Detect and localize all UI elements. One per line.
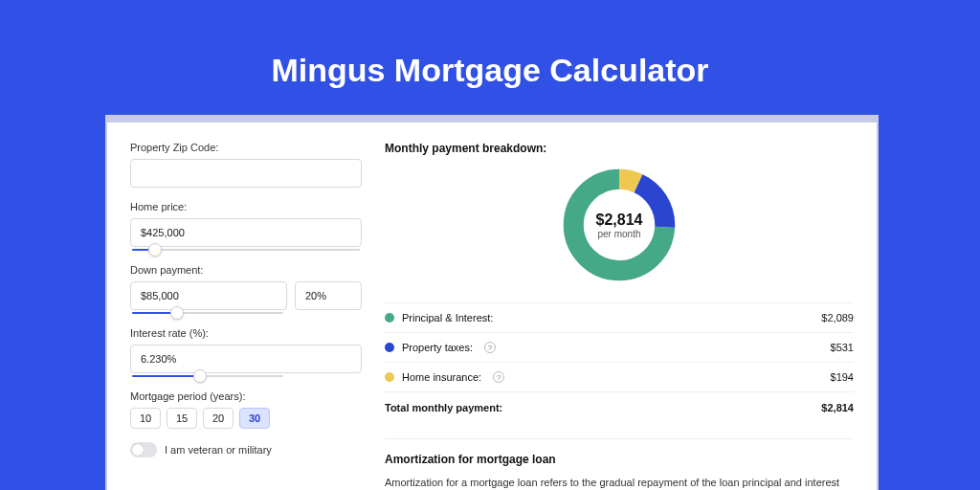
down-payment-pct-input[interactable] bbox=[295, 281, 362, 310]
legend-row: Home insurance:?$194 bbox=[385, 362, 854, 391]
form-panel: Property Zip Code: Home price: Down paym… bbox=[130, 142, 362, 490]
legend-label: Property taxes: bbox=[402, 342, 473, 353]
interest-input[interactable] bbox=[130, 345, 362, 373]
period-options: 10152030 bbox=[130, 408, 362, 429]
legend-label: Principal & Interest: bbox=[402, 312, 493, 323]
period-option-20[interactable]: 20 bbox=[203, 408, 234, 429]
donut-center-sub: per month bbox=[597, 229, 640, 239]
period-option-30[interactable]: 30 bbox=[239, 408, 270, 429]
down-payment-slider[interactable] bbox=[132, 312, 283, 314]
page-title: Mingus Mortgage Calculator bbox=[0, 0, 980, 89]
legend-dot bbox=[385, 313, 394, 323]
legend-value: $2,089 bbox=[821, 312, 854, 323]
legend-dot bbox=[385, 372, 394, 382]
legend-row: Principal & Interest:$2,089 bbox=[385, 302, 854, 332]
period-label: Mortgage period (years): bbox=[130, 390, 362, 402]
home-price-slider[interactable] bbox=[132, 249, 360, 251]
amortization-heading: Amortization for mortgage loan bbox=[385, 453, 854, 466]
legend: Principal & Interest:$2,089Property taxe… bbox=[385, 302, 854, 391]
amortization-text: Amortization for a mortgage loan refers … bbox=[385, 476, 854, 490]
home-price-label: Home price: bbox=[130, 201, 362, 212]
interest-label: Interest rate (%): bbox=[130, 327, 362, 339]
legend-value: $531 bbox=[831, 342, 854, 353]
info-icon[interactable]: ? bbox=[493, 371, 504, 383]
breakdown-heading: Monthly payment breakdown: bbox=[385, 142, 854, 155]
info-icon[interactable]: ? bbox=[484, 342, 496, 353]
legend-dot bbox=[385, 343, 394, 352]
zip-label: Property Zip Code: bbox=[130, 142, 362, 153]
legend-total-row: Total monthly payment: $2,814 bbox=[385, 391, 854, 423]
veteran-toggle[interactable] bbox=[130, 442, 157, 457]
donut-chart: $2,814 per month bbox=[385, 165, 854, 285]
zip-input[interactable] bbox=[130, 159, 362, 188]
down-payment-label: Down payment: bbox=[130, 264, 362, 276]
legend-label: Home insurance: bbox=[402, 371, 481, 383]
home-price-input[interactable] bbox=[130, 218, 362, 247]
page: Mingus Mortgage Calculator Property Zip … bbox=[0, 0, 980, 490]
down-payment-input[interactable] bbox=[130, 281, 287, 310]
legend-row: Property taxes:?$531 bbox=[385, 332, 854, 362]
veteran-label: I am veteran or military bbox=[165, 444, 272, 456]
legend-value: $194 bbox=[831, 371, 854, 383]
period-option-10[interactable]: 10 bbox=[130, 408, 161, 429]
breakdown-panel: Monthly payment breakdown: $2,814 per mo… bbox=[385, 142, 854, 490]
slider-thumb[interactable] bbox=[193, 369, 207, 383]
slider-thumb[interactable] bbox=[170, 306, 184, 320]
slider-thumb[interactable] bbox=[148, 243, 162, 256]
total-label: Total monthly payment: bbox=[385, 402, 502, 413]
amortization-section: Amortization for mortgage loan Amortizat… bbox=[385, 438, 854, 490]
donut-center-value: $2,814 bbox=[596, 212, 643, 229]
calculator-card: Property Zip Code: Home price: Down paym… bbox=[107, 122, 877, 490]
interest-slider[interactable] bbox=[132, 375, 283, 377]
period-option-15[interactable]: 15 bbox=[167, 408, 197, 429]
card-shadow: Property Zip Code: Home price: Down paym… bbox=[105, 115, 879, 490]
veteran-row: I am veteran or military bbox=[130, 442, 362, 457]
total-value: $2,814 bbox=[821, 402, 854, 413]
